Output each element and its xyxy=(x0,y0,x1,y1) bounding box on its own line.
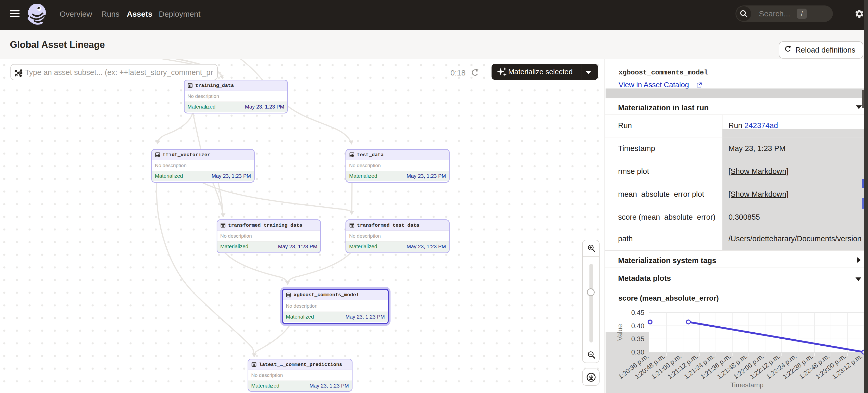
svg-text:0.45: 0.45 xyxy=(631,309,644,317)
svg-text:Value: Value xyxy=(616,324,624,341)
svg-text:0.40: 0.40 xyxy=(631,322,644,330)
svg-text:Timestamp: Timestamp xyxy=(730,381,764,389)
svg-text:0.35: 0.35 xyxy=(631,335,644,343)
